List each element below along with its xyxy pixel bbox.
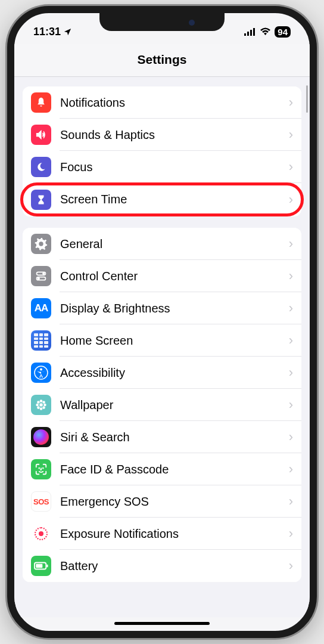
chevron-right-icon: › bbox=[289, 462, 293, 477]
battery-icon bbox=[31, 556, 51, 576]
aa-icon: AA bbox=[31, 298, 51, 318]
svg-point-13 bbox=[36, 404, 39, 407]
settings-row-home-screen[interactable]: Home Screen› bbox=[23, 324, 301, 357]
moon-icon bbox=[31, 157, 51, 177]
chevron-right-icon: › bbox=[289, 333, 293, 348]
svg-point-5 bbox=[42, 273, 45, 275]
settings-row-siri-search[interactable]: Siri & Search› bbox=[23, 421, 301, 453]
settings-row-focus[interactable]: Focus› bbox=[23, 151, 301, 183]
settings-row-accessibility[interactable]: Accessibility› bbox=[23, 357, 301, 389]
row-label: Exposure Notifications bbox=[60, 527, 289, 541]
settings-row-display-brightness[interactable]: AADisplay & Brightness› bbox=[23, 292, 301, 324]
siri-icon bbox=[31, 427, 51, 447]
settings-row-wallpaper[interactable]: Wallpaper› bbox=[23, 389, 301, 421]
settings-row-exposure-notifications[interactable]: Exposure Notifications› bbox=[23, 518, 301, 550]
row-label: Focus bbox=[60, 160, 289, 174]
settings-row-face-id-passcode[interactable]: Face ID & Passcode› bbox=[23, 453, 301, 485]
chevron-right-icon: › bbox=[289, 429, 293, 445]
settings-row-battery[interactable]: Battery› bbox=[23, 550, 301, 582]
accessibility-icon bbox=[31, 363, 51, 383]
row-label: Face ID & Passcode bbox=[60, 463, 289, 476]
settings-group: Notifications›Sounds & Haptics›Focus›Scr… bbox=[23, 86, 301, 216]
scroll-indicator[interactable] bbox=[306, 85, 308, 113]
home-indicator[interactable] bbox=[114, 622, 210, 625]
row-label: Siri & Search bbox=[60, 431, 289, 444]
settings-row-emergency-sos[interactable]: SOSEmergency SOS› bbox=[23, 485, 301, 518]
row-label: Notifications bbox=[60, 96, 289, 110]
chevron-right-icon: › bbox=[289, 192, 293, 208]
phone-notch bbox=[99, 13, 225, 31]
settings-header: Settings bbox=[14, 44, 310, 77]
status-left: 11:31 bbox=[33, 26, 72, 38]
exposure-icon bbox=[31, 524, 51, 544]
row-label: Battery bbox=[60, 559, 289, 573]
settings-group: General›Control Center›AADisplay & Brigh… bbox=[23, 228, 301, 582]
toggles-icon bbox=[31, 266, 51, 286]
status-time: 11:31 bbox=[33, 26, 61, 38]
svg-point-20 bbox=[43, 468, 43, 469]
svg-point-9 bbox=[40, 369, 42, 371]
chevron-right-icon: › bbox=[289, 95, 293, 110]
chevron-right-icon: › bbox=[289, 268, 293, 284]
page-title: Settings bbox=[14, 52, 310, 67]
svg-point-17 bbox=[37, 406, 40, 409]
chevron-right-icon: › bbox=[289, 526, 293, 541]
svg-rect-1 bbox=[247, 32, 249, 36]
gear-icon bbox=[31, 234, 51, 254]
svg-point-15 bbox=[37, 401, 40, 404]
row-label: General bbox=[60, 237, 289, 251]
phone-frame: 11:31 94 Settings Notifications›Sounds &… bbox=[7, 6, 317, 638]
settings-row-screen-time[interactable]: Screen Time› bbox=[20, 182, 304, 216]
settings-content[interactable]: Notifications›Sounds & Haptics›Focus›Scr… bbox=[14, 77, 310, 617]
chevron-right-icon: › bbox=[289, 159, 293, 175]
row-label: Emergency SOS bbox=[60, 495, 289, 509]
row-label: Screen Time bbox=[60, 193, 289, 206]
chevron-right-icon: › bbox=[289, 127, 293, 143]
svg-point-12 bbox=[40, 407, 43, 410]
settings-row-notifications[interactable]: Notifications› bbox=[23, 86, 301, 119]
svg-rect-0 bbox=[244, 33, 246, 36]
svg-point-16 bbox=[42, 401, 45, 404]
location-arrow-icon bbox=[63, 27, 72, 36]
chevron-right-icon: › bbox=[289, 301, 293, 316]
hourglass-icon bbox=[31, 190, 51, 210]
bell-icon bbox=[31, 92, 51, 113]
status-right: 94 bbox=[244, 26, 291, 38]
chevron-right-icon: › bbox=[289, 236, 293, 252]
cellular-icon bbox=[244, 28, 256, 36]
svg-point-19 bbox=[39, 468, 39, 469]
svg-point-10 bbox=[39, 403, 43, 407]
row-label: Sounds & Haptics bbox=[60, 128, 289, 142]
svg-point-18 bbox=[42, 406, 45, 409]
sos-icon: SOS bbox=[31, 491, 51, 512]
svg-point-11 bbox=[40, 400, 43, 402]
wifi-icon bbox=[260, 27, 271, 36]
row-label: Display & Brightness bbox=[60, 302, 289, 315]
home-grid-icon bbox=[31, 330, 51, 351]
settings-row-general[interactable]: General› bbox=[23, 228, 301, 260]
svg-rect-2 bbox=[250, 30, 252, 36]
chevron-right-icon: › bbox=[289, 558, 293, 574]
svg-point-14 bbox=[43, 404, 46, 407]
svg-rect-23 bbox=[46, 565, 48, 568]
faceid-icon bbox=[31, 459, 51, 479]
row-label: Control Center bbox=[60, 270, 289, 283]
chevron-right-icon: › bbox=[289, 397, 293, 413]
chevron-right-icon: › bbox=[289, 494, 293, 509]
flower-icon bbox=[31, 395, 51, 415]
svg-rect-3 bbox=[253, 28, 255, 36]
battery-badge: 94 bbox=[275, 26, 291, 38]
speaker-icon bbox=[31, 125, 51, 145]
chevron-right-icon: › bbox=[289, 365, 293, 380]
svg-point-7 bbox=[38, 277, 40, 280]
row-label: Wallpaper bbox=[60, 398, 289, 412]
row-label: Home Screen bbox=[60, 334, 289, 348]
svg-rect-22 bbox=[36, 564, 42, 568]
settings-row-control-center[interactable]: Control Center› bbox=[23, 260, 301, 292]
settings-row-sounds-haptics[interactable]: Sounds & Haptics› bbox=[23, 119, 301, 151]
row-label: Accessibility bbox=[60, 366, 289, 380]
